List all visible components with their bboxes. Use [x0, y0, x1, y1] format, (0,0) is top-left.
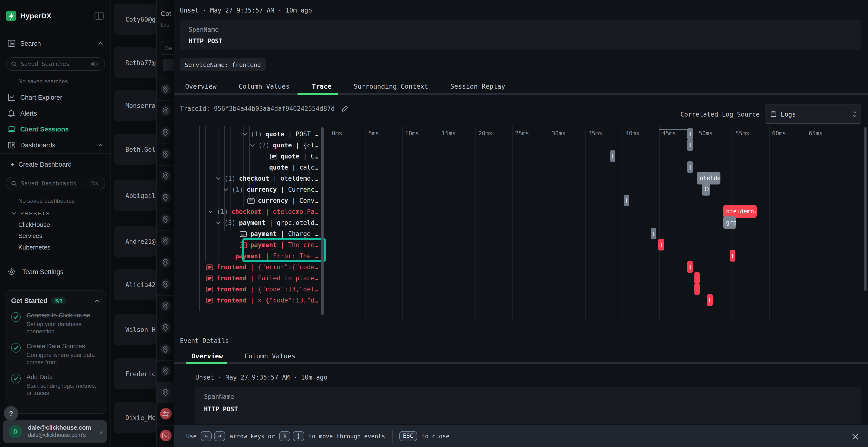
error-swap-button[interactable]	[157, 403, 174, 424]
chevron-down-icon[interactable]	[250, 143, 255, 147]
trace-span-bar[interactable]	[694, 283, 700, 295]
trace-span-bar[interactable]	[651, 228, 656, 239]
session-list-item[interactable]: Beth.Gol	[114, 134, 156, 165]
location-pin-button[interactable]	[157, 165, 174, 186]
location-pin-button[interactable]	[157, 317, 174, 338]
trace-span-bar[interactable]	[624, 195, 629, 206]
trace-tree-row[interactable]: (1)checkout | oteldemo.…	[216, 173, 318, 184]
get-started-item[interactable]: Create Data SourcesConfigure where your …	[11, 342, 100, 366]
location-pin-icon	[160, 344, 171, 354]
help-button[interactable]: ?	[4, 406, 18, 420]
location-pin-button[interactable]	[157, 274, 174, 295]
trace-tree-row[interactable]: currency | Conv…	[247, 195, 318, 206]
chevron-up-icon[interactable]	[94, 299, 100, 302]
sidebar-item-chart-explorer[interactable]: Chart Explorer	[0, 91, 111, 104]
session-list-item[interactable]: Alicia42	[114, 269, 156, 300]
preset-clickhouse[interactable]: ClickHouse	[18, 221, 50, 228]
location-pin-button[interactable]	[157, 295, 174, 316]
location-pin-button[interactable]	[157, 78, 174, 100]
location-pin-button[interactable]	[157, 230, 174, 251]
sidebar-item-team-settings[interactable]: Team Settings	[0, 265, 111, 278]
location-pin-button[interactable]	[157, 339, 174, 360]
sidebar-collapse-icon[interactable]	[94, 12, 104, 20]
session-list-item[interactable]: Frederic	[114, 358, 156, 389]
location-pin-icon	[160, 366, 171, 376]
location-pin-button[interactable]	[157, 187, 174, 208]
trace-tree-row[interactable]: (1)currency | Currenc…	[223, 184, 318, 195]
trace-span-bar[interactable]	[694, 272, 700, 284]
location-pin-button[interactable]	[157, 100, 174, 122]
session-list-item[interactable]: Andre21@	[114, 226, 156, 257]
tree-scrollbar[interactable]	[321, 127, 323, 315]
preset-services[interactable]: Services	[18, 232, 42, 239]
trace-span-bar[interactable]	[610, 150, 615, 162]
get-started-item[interactable]: Connect to ClickHouseSet up your databas…	[11, 311, 100, 335]
trace-tree-row[interactable]: frontend | × {"code":13,"d…	[206, 295, 318, 306]
tab-trace[interactable]: Trace	[312, 82, 331, 90]
trace-tree-row[interactable]: (2)quote | {cl…	[250, 140, 318, 151]
trace-tree-row[interactable]: frontend | Failed to place…	[206, 273, 318, 284]
sidebar-item-dashboards[interactable]: Dashboards	[0, 139, 111, 151]
get-started-item[interactable]: Add DataStart sending logs, metrics, or …	[11, 373, 100, 397]
trace-span-bar[interactable]	[687, 261, 693, 273]
trace-span-bar[interactable]	[707, 294, 713, 306]
trace-tree-row[interactable]: quote | calc…	[269, 162, 318, 173]
trace-span-bar[interactable]	[687, 139, 693, 151]
grid-line	[512, 126, 513, 321]
session-list-item[interactable]: Coty60@g	[114, 4, 156, 35]
trace-tree-row[interactable]: frontend | {"error":{"code…	[206, 262, 318, 273]
chevron-down-icon[interactable]	[223, 188, 228, 191]
peek-button[interactable]	[163, 59, 174, 71]
chevron-down-icon[interactable]	[242, 133, 247, 136]
saved-searches-input[interactable]: Saved Searches ⌘K	[6, 57, 105, 71]
location-pin-button[interactable]	[157, 360, 174, 381]
session-list-item[interactable]: Monserra	[114, 90, 156, 121]
chevron-down-icon[interactable]	[208, 210, 213, 213]
location-pin-button[interactable]	[157, 209, 174, 230]
location-pin-button[interactable]	[157, 122, 174, 143]
trace-tree-row[interactable]: (3)payment | grpc.oteld…	[216, 217, 318, 228]
tab-overview[interactable]: Overview	[185, 82, 217, 90]
preset-kubernetes[interactable]: Kubernetes	[18, 244, 51, 251]
edit-pencil-icon[interactable]	[341, 105, 349, 112]
chevron-down-icon[interactable]	[216, 177, 221, 180]
trace-span-bar[interactable]: grp	[723, 216, 736, 229]
trace-span-bar[interactable]	[658, 239, 664, 250]
tab-surrounding-context[interactable]: Surrounding Context	[354, 82, 428, 90]
session-list-item[interactable]: Abbigail	[114, 180, 156, 211]
sidebar-item-search[interactable]: Search	[0, 37, 111, 49]
user-account-card[interactable]: D dale@clickhouse.com dale@clickhouse.co…	[3, 420, 107, 443]
tab-column-values[interactable]: Column Values	[239, 82, 289, 90]
trace-span-bar[interactable]	[730, 250, 735, 262]
trace-span-bar[interactable]: oteldemo.	[697, 172, 721, 184]
trace-tree-row[interactable]: frontend | {"code":13,"det…	[206, 284, 318, 295]
chart-scrollbar[interactable]	[864, 127, 867, 291]
presets-toggle[interactable]: PRESETS	[0, 207, 111, 220]
saved-dashboards-input[interactable]: Saved Dashboards ⌘K	[6, 177, 105, 190]
chevron-down-icon[interactable]	[216, 221, 221, 225]
location-pin-button[interactable]	[157, 252, 174, 273]
trace-tree-row[interactable]: (1)quote | POST …	[242, 129, 318, 140]
session-list-item[interactable]: Retha77@	[114, 47, 156, 78]
sidebar-item-alerts[interactable]: Alerts	[0, 107, 111, 119]
tab-session-replay[interactable]: Session Replay	[451, 82, 505, 90]
session-list-item[interactable]: Wilson_H	[114, 314, 156, 345]
trace-tree-row[interactable]: quote | C…	[270, 151, 318, 162]
trace-tree-row[interactable]: (1)checkout | oteldemo.Pa…	[208, 206, 318, 217]
trace-span-bar[interactable]: oteldemo.	[723, 205, 756, 218]
close-icon[interactable]	[850, 432, 859, 441]
service-name-tag[interactable]: ServiceName: frontend	[180, 58, 266, 71]
error-terminal-button[interactable]	[157, 425, 174, 446]
peek-search-input[interactable]: Se	[161, 41, 174, 55]
ed-tab-overview[interactable]: Overview	[191, 352, 223, 360]
create-dashboard-button[interactable]: + Create Dashboard	[0, 158, 111, 171]
correlated-log-source-select[interactable]: Logs	[765, 105, 861, 124]
trace-span-bar[interactable]	[687, 128, 693, 140]
trace-span-bar[interactable]	[687, 161, 693, 173]
location-pin-button[interactable]	[157, 143, 174, 165]
ed-tab-column-values[interactable]: Column Values	[245, 352, 296, 360]
location-pin-button[interactable]	[157, 382, 174, 403]
sidebar-item-client-sessions[interactable]: Client Sessions	[0, 123, 111, 135]
session-list-item[interactable]: Dixie_Mc	[114, 402, 156, 433]
trace-span-bar[interactable]: Cu	[702, 183, 711, 196]
